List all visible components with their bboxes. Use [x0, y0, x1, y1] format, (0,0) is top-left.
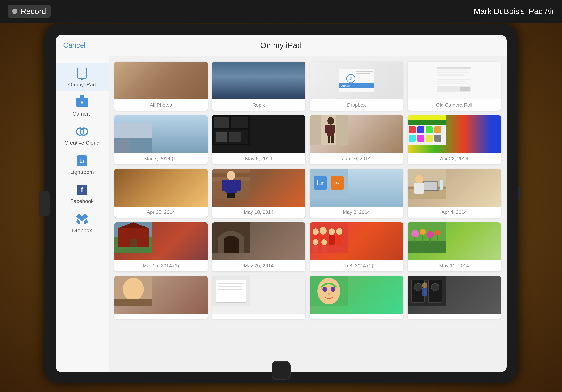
svg-point-119 [414, 284, 422, 291]
creative-cloud-icon [75, 125, 89, 138]
svg-rect-8 [356, 71, 373, 72]
svg-rect-58 [227, 193, 231, 198]
content-area: On my iPad Camera [56, 56, 506, 372]
dropbox-icon [75, 212, 89, 226]
photo-label-mar7: Mar 7, 2014 (1) [114, 153, 208, 164]
svg-rect-48 [426, 135, 433, 142]
svg-point-114 [331, 287, 335, 292]
thumbnail-mar7 [114, 115, 208, 153]
photo-card-apr4[interactable]: Apr 4, 2014 [408, 169, 501, 218]
svg-point-97 [427, 231, 434, 238]
thumbnail-repix [212, 62, 305, 99]
svg-point-112 [317, 278, 340, 304]
svg-point-104 [123, 278, 144, 300]
svg-rect-26 [214, 117, 229, 128]
photo-card-may11[interactable]: May 11, 2014 [408, 222, 501, 271]
photo-card-dropbox[interactable]: D Style Guide Dropbox [310, 62, 403, 111]
svg-rect-100 [422, 235, 423, 242]
photo-card-row5b[interactable] [212, 276, 305, 319]
thumbnail-dropbox: D Style Guide [310, 62, 403, 99]
svg-text:D: D [350, 77, 352, 80]
thumbnail-feb8 [310, 222, 403, 260]
svg-rect-78 [129, 239, 137, 247]
photo-card-may8[interactable]: Lr Ps May 8, 2014 [310, 169, 403, 218]
sidebar: On my iPad Camera [56, 56, 109, 372]
svg-rect-105 [114, 299, 152, 306]
photo-card-apr23[interactable]: Apr 23, 2014 [408, 115, 501, 164]
svg-rect-45 [434, 126, 441, 133]
photo-card-may6[interactable]: May 6, 2014 [212, 115, 305, 164]
record-bar: Record Mark DuBois's iPad Air [0, 0, 562, 23]
svg-rect-21 [460, 87, 470, 91]
thumbnail-may25 [212, 222, 305, 260]
ipad-screen: Cancel On my iPad On my iPad [56, 35, 506, 372]
record-button[interactable]: Record [8, 5, 51, 18]
thumbnail-all-photos [114, 62, 208, 99]
home-button-bottom[interactable] [272, 361, 291, 380]
sidebar-item-on-my-ipad[interactable]: On my iPad [56, 63, 108, 91]
photo-label-jun10: Jun 10, 2014 [310, 153, 403, 164]
sidebar-item-facebook[interactable]: f Facebook [56, 180, 108, 207]
thumbnail-row5c [310, 276, 403, 314]
thumbnail-apr23 [408, 115, 501, 153]
ipad-frame: Cancel On my iPad On my iPad [44, 24, 518, 383]
photo-card-apr25[interactable]: Apr 25, 2014 [114, 169, 208, 218]
sidebar-item-dropbox[interactable]: Dropbox [56, 209, 108, 237]
svg-point-33 [327, 117, 334, 125]
photo-label-apr25: Apr 25, 2014 [114, 207, 208, 218]
photo-card-all-photos[interactable]: All Photos [114, 62, 208, 111]
svg-rect-36 [332, 125, 335, 133]
photo-label-apr23: Apr 23, 2014 [408, 153, 501, 164]
photo-card-repix[interactable]: Repix [212, 62, 305, 111]
sidebar-item-creative-cloud[interactable]: Creative Cloud [56, 122, 108, 149]
svg-rect-56 [222, 180, 226, 191]
navigation-bar: Cancel On my iPad [56, 35, 506, 56]
photo-card-feb8[interactable]: Feb 8, 2014 (1) [310, 222, 403, 271]
svg-rect-107 [216, 280, 246, 302]
photo-label-may8: May 8, 2014 [310, 207, 403, 218]
thumbnail-apr4 [408, 169, 501, 207]
ipad-icon [75, 67, 89, 80]
photo-label-row5d [408, 314, 501, 319]
thumbnail-row5b [212, 276, 305, 314]
photo-card-old-camera-roll[interactable]: Old Camera Roll [408, 62, 501, 111]
page-title: On my iPad [260, 41, 302, 50]
photo-label-all-photos: All Photos [114, 99, 208, 111]
svg-text:Lr: Lr [317, 179, 324, 187]
photo-label-row5b [212, 314, 305, 319]
photo-label-dropbox: Dropbox [310, 99, 403, 111]
svg-point-98 [435, 230, 441, 235]
svg-rect-73 [440, 180, 443, 190]
cancel-button[interactable]: Cancel [63, 41, 86, 49]
svg-text:Ps: Ps [334, 181, 340, 186]
photo-card-row5c[interactable] [310, 276, 403, 319]
svg-rect-27 [231, 117, 248, 128]
photo-card-may18[interactable]: May 18, 2014 [212, 169, 305, 218]
photo-label-repix: Repix [212, 99, 305, 111]
svg-point-96 [420, 229, 426, 235]
home-button-left[interactable] [39, 191, 50, 216]
photo-card-mar7[interactable]: Mar 7, 2014 (1) [114, 115, 208, 164]
sidebar-item-lightroom[interactable]: Lr Lightroom [56, 151, 108, 178]
photo-card-may25[interactable]: May 25, 2014 [212, 222, 305, 271]
thumbnail-jun10 [310, 115, 403, 153]
sidebar-item-camera[interactable]: Camera [56, 92, 108, 120]
photo-label-may11: May 11, 2014 [408, 260, 501, 271]
svg-rect-30 [229, 132, 241, 142]
svg-rect-92 [322, 245, 327, 252]
photo-label-mar15: Mar 15, 2014 (1) [114, 260, 208, 271]
svg-point-54 [227, 171, 235, 180]
side-button[interactable] [518, 185, 521, 199]
photo-card-mar15[interactable]: Mar 15, 2014 (1) [114, 222, 208, 271]
svg-rect-16 [437, 74, 464, 76]
thumbnail-row5a [114, 276, 208, 314]
photo-card-row5d[interactable] [408, 276, 501, 319]
svg-rect-101 [429, 238, 431, 243]
svg-rect-14 [437, 70, 468, 71]
photo-card-jun10[interactable]: Jun 10, 2014 [310, 115, 403, 164]
sidebar-label-lightroom: Lightroom [70, 169, 94, 175]
photo-card-row5a[interactable] [114, 276, 208, 319]
photo-label-old-camera-roll: Old Camera Roll [408, 99, 501, 111]
svg-rect-57 [236, 180, 241, 191]
svg-point-71 [415, 175, 423, 183]
